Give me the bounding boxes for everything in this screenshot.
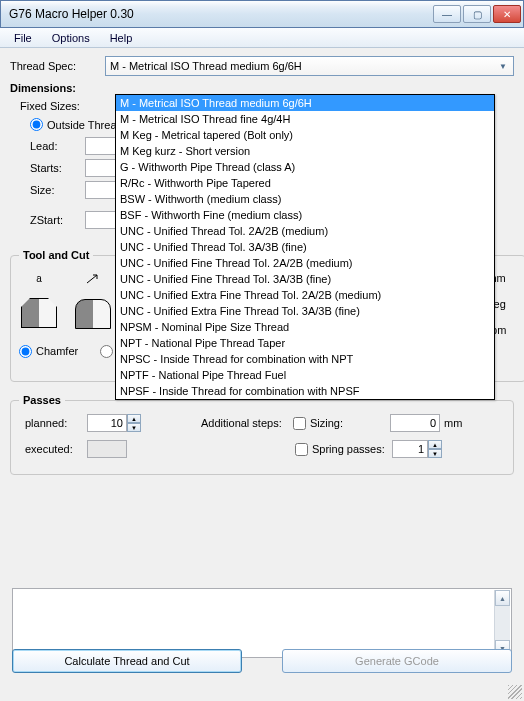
dropdown-item[interactable]: BSW - Withworth (medium class) <box>116 191 494 207</box>
dropdown-item[interactable]: UNC - Unified Fine Thread Tol. 3A/3B (fi… <box>116 271 494 287</box>
sizing-checkbox[interactable] <box>293 417 306 430</box>
menu-bar: File Options Help <box>0 28 524 48</box>
close-button[interactable]: ✕ <box>493 5 521 23</box>
resize-grip-icon[interactable] <box>508 685 522 699</box>
client-area: Thread Spec: M - Metrical ISO Thread med… <box>0 48 524 701</box>
dropdown-item[interactable]: BSF - Withworth Fine (medium class) <box>116 207 494 223</box>
passes-group: Passes planned: ▲▼ Additional steps: Siz… <box>10 394 514 475</box>
thread-spec-label: Thread Spec: <box>10 60 105 72</box>
calculate-button[interactable]: Calculate Thread and Cut <box>12 649 242 673</box>
dropdown-item[interactable]: NPSF - Inside Thread for combination wit… <box>116 383 494 399</box>
dropdown-item[interactable]: NPSC - Inside Thread for combination wit… <box>116 351 494 367</box>
chevron-down-icon: ▼ <box>495 58 511 74</box>
radius-indicator-icon <box>85 273 101 285</box>
dropdown-item[interactable]: UNC - Unified Extra Fine Thread Tol. 2A/… <box>116 287 494 303</box>
planned-label: planned: <box>25 417 87 429</box>
dropdown-item[interactable]: UNC - Unified Thread Tol. 2A/2B (medium) <box>116 223 494 239</box>
dropdown-item[interactable]: G - Withworth Pipe Thread (class A) <box>116 159 494 175</box>
dropdown-item[interactable]: M Keg - Metrical tapered (Bolt only) <box>116 127 494 143</box>
vertical-scrollbar[interactable]: ▲ ▼ <box>494 590 510 656</box>
generate-gcode-button[interactable]: Generate GCode <box>282 649 512 673</box>
menu-file[interactable]: File <box>4 30 42 46</box>
dropdown-item[interactable]: M - Metrical ISO Thread fine 4g/4H <box>116 111 494 127</box>
tool-and-cut-legend: Tool and Cut <box>19 249 93 261</box>
output-textarea[interactable]: ▲ ▼ <box>12 588 512 658</box>
spinner-up-icon[interactable]: ▲ <box>428 440 442 449</box>
spring-spinner[interactable]: ▲▼ <box>392 440 442 458</box>
maximize-button[interactable]: ▢ <box>463 5 491 23</box>
radius-shape-icon <box>73 289 113 329</box>
dropdown-item[interactable]: NPTF - National Pipe Thread Fuel <box>116 367 494 383</box>
unit-mm: mm <box>444 417 474 429</box>
dropdown-item[interactable]: UNC - Unified Fine Thread Tol. 2A/2B (me… <box>116 255 494 271</box>
dimensions-label: Dimensions: <box>10 82 105 94</box>
planned-spinner[interactable]: ▲▼ <box>87 414 141 432</box>
thread-spec-value: M - Metrical ISO Thread medium 6g/6H <box>110 60 302 72</box>
dropdown-item[interactable]: NPT - National Pipe Thread Taper <box>116 335 494 351</box>
zstart-label: ZStart: <box>30 214 85 226</box>
dropdown-item[interactable]: NPSM - Nominal Pipe Size Thread <box>116 319 494 335</box>
additional-steps-label: Additional steps: <box>201 417 293 429</box>
chamfer-radio[interactable]: Chamfer <box>19 339 78 363</box>
chamfer-a-tag: a <box>36 273 42 284</box>
menu-options[interactable]: Options <box>42 30 100 46</box>
dropdown-item[interactable]: M - Metrical ISO Thread medium 6g/6H <box>116 95 494 111</box>
outside-thread-radio[interactable]: Outside Threa <box>30 118 117 131</box>
sizing-label: Sizing: <box>310 417 390 429</box>
executed-display <box>87 440 127 458</box>
thread-spec-combo[interactable]: M - Metrical ISO Thread medium 6g/6H ▼ <box>105 56 514 76</box>
starts-label: Starts: <box>30 162 85 174</box>
spring-passes-checkbox[interactable] <box>295 443 308 456</box>
dropdown-item[interactable]: UNC - Unified Thread Tol. 3A/3B (fine) <box>116 239 494 255</box>
dropdown-item[interactable]: R/Rc - Withworth Pipe Tapered <box>116 175 494 191</box>
executed-label: executed: <box>25 443 87 455</box>
scroll-up-icon[interactable]: ▲ <box>495 590 510 606</box>
dropdown-item[interactable]: UNC - Unified Extra Fine Thread Tol. 3A/… <box>116 303 494 319</box>
sizing-input[interactable] <box>390 414 440 432</box>
svg-line-0 <box>87 275 97 283</box>
dropdown-item[interactable]: M Keg kurz - Short version <box>116 143 494 159</box>
spring-passes-label: Spring passes: <box>312 443 392 455</box>
window-title: G76 Macro Helper 0.30 <box>9 7 433 21</box>
menu-help[interactable]: Help <box>100 30 143 46</box>
minimize-button[interactable]: — <box>433 5 461 23</box>
chamfer-shape-icon <box>19 288 59 328</box>
title-bar: G76 Macro Helper 0.30 — ▢ ✕ <box>0 0 524 28</box>
spring-input[interactable] <box>392 440 428 458</box>
planned-input[interactable] <box>87 414 127 432</box>
passes-legend: Passes <box>19 394 65 406</box>
thread-spec-dropdown[interactable]: M - Metrical ISO Thread medium 6g/6H M -… <box>115 94 495 400</box>
outside-thread-radio-label: Outside Threa <box>47 119 117 131</box>
fixed-sizes-label: Fixed Sizes: <box>20 100 100 112</box>
scroll-track[interactable] <box>495 606 510 640</box>
lead-label: Lead: <box>30 140 85 152</box>
spinner-down-icon[interactable]: ▼ <box>127 423 141 432</box>
spinner-down-icon[interactable]: ▼ <box>428 449 442 458</box>
outside-thread-radio-input[interactable] <box>30 118 43 131</box>
spinner-up-icon[interactable]: ▲ <box>127 414 141 423</box>
size-label: Size: <box>30 184 85 196</box>
